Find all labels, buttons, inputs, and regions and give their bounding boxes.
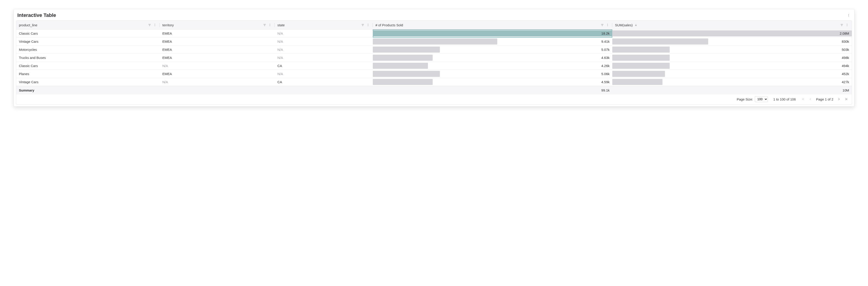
table-row[interactable]: MotorcyclesEMEAN/A5.07k503k bbox=[16, 46, 852, 54]
cell-state: N/A bbox=[275, 46, 373, 54]
cell-product_line: Vintage Cars bbox=[16, 78, 160, 86]
cell-products_sold: 9.41k bbox=[373, 38, 612, 46]
column-header-territory[interactable]: territory bbox=[160, 21, 275, 30]
cell-sum_sales: 494k bbox=[612, 62, 852, 70]
page-nav: Page 1 of 2 bbox=[801, 97, 848, 101]
svg-point-15 bbox=[847, 24, 847, 24]
cell-sum_sales: 427k bbox=[612, 78, 852, 86]
column-label: SUM(sales) bbox=[615, 23, 632, 27]
column-label: product_line bbox=[19, 23, 37, 27]
card-menu-icon[interactable] bbox=[847, 13, 851, 17]
svg-point-8 bbox=[270, 26, 270, 26]
svg-point-2 bbox=[848, 16, 849, 16]
cell-sum_sales: 498k bbox=[612, 54, 852, 62]
cell-value: 494k bbox=[842, 64, 849, 68]
filter-icon[interactable] bbox=[600, 23, 604, 27]
table-row[interactable]: Trucks and BusesEMEAN/A4.63k498k bbox=[16, 54, 852, 62]
summary-label: Summary bbox=[16, 86, 373, 95]
cell-territory: EMEA bbox=[160, 46, 275, 54]
page-size-select[interactable]: 100 bbox=[755, 96, 768, 102]
cell-state: CA bbox=[275, 62, 373, 70]
cell-product_line: Classic Cars bbox=[16, 62, 160, 70]
cell-territory: N/A bbox=[160, 78, 275, 86]
next-page-icon[interactable] bbox=[837, 97, 841, 101]
cell-value: 2.08M bbox=[840, 32, 849, 35]
cell-value: 503k bbox=[842, 48, 849, 51]
first-page-icon[interactable] bbox=[801, 97, 805, 101]
table-row[interactable]: Vintage CarsN/ACA4.59k427k bbox=[16, 78, 852, 86]
cell-state: N/A bbox=[275, 30, 373, 38]
cell-territory: EMEA bbox=[160, 30, 275, 38]
svg-point-5 bbox=[155, 26, 155, 26]
cell-sum_sales: 830k bbox=[612, 38, 852, 46]
column-header-products_sold[interactable]: # of Products Sold bbox=[373, 21, 612, 30]
cell-products_sold: 5.07k bbox=[373, 46, 612, 54]
cell-products_sold: 5.06k bbox=[373, 70, 612, 78]
table-container: product_lineterritorystate# of Products … bbox=[16, 21, 852, 105]
cell-state: N/A bbox=[275, 70, 373, 78]
column-label: territory bbox=[162, 23, 174, 27]
cell-products_sold: 4.59k bbox=[373, 78, 612, 86]
summary-products-sold: 99.1k bbox=[373, 86, 612, 95]
page-size-label: Page Size: bbox=[737, 97, 753, 101]
svg-point-3 bbox=[155, 24, 155, 24]
column-menu-icon[interactable] bbox=[606, 23, 610, 27]
table-row[interactable]: Classic CarsN/ACA4.26k494k bbox=[16, 62, 852, 70]
table-row[interactable]: PlanesEMEAN/A5.06k452k bbox=[16, 70, 852, 78]
column-header-product_line[interactable]: product_line bbox=[16, 21, 160, 30]
svg-point-1 bbox=[848, 15, 849, 15]
svg-point-13 bbox=[607, 25, 608, 25]
cell-value: 4.59k bbox=[601, 80, 610, 84]
filter-icon[interactable] bbox=[361, 23, 365, 27]
cell-state: N/A bbox=[275, 54, 373, 62]
column-menu-icon[interactable] bbox=[268, 23, 272, 27]
card-header: Interactive Table bbox=[14, 9, 854, 21]
filter-icon[interactable] bbox=[148, 23, 152, 27]
prev-page-icon[interactable] bbox=[808, 97, 812, 101]
column-header-sum_sales[interactable]: SUM(sales) bbox=[612, 21, 852, 30]
svg-point-0 bbox=[848, 14, 849, 14]
svg-point-10 bbox=[368, 25, 368, 25]
svg-point-14 bbox=[607, 26, 608, 26]
range-text: 1 to 100 of 106 bbox=[773, 97, 796, 101]
cell-sum_sales: 503k bbox=[612, 46, 852, 54]
column-header-state[interactable]: state bbox=[275, 21, 373, 30]
svg-point-6 bbox=[270, 24, 270, 24]
cell-products_sold: 4.26k bbox=[373, 62, 612, 70]
interactive-table-card: Interactive Table product_lineterritorys… bbox=[13, 9, 855, 107]
table-body: Classic CarsEMEAN/A18.2k2.08MVintage Car… bbox=[16, 30, 852, 86]
table-row[interactable]: Classic CarsEMEAN/A18.2k2.08M bbox=[16, 30, 852, 38]
column-menu-icon[interactable] bbox=[845, 23, 849, 27]
cell-territory: EMEA bbox=[160, 38, 275, 46]
svg-point-16 bbox=[847, 25, 847, 25]
cell-value: 4.63k bbox=[601, 56, 610, 60]
cell-product_line: Vintage Cars bbox=[16, 38, 160, 46]
cell-value: 4.26k bbox=[601, 64, 610, 68]
data-table: product_lineterritorystate# of Products … bbox=[16, 21, 852, 95]
cell-products_sold: 4.63k bbox=[373, 54, 612, 62]
filter-icon[interactable] bbox=[262, 23, 267, 27]
column-label: state bbox=[277, 23, 285, 27]
column-label: # of Products Sold bbox=[375, 23, 403, 27]
last-page-icon[interactable] bbox=[844, 97, 848, 101]
page-size-control: Page Size: 100 bbox=[737, 96, 768, 102]
summary-sum-sales: 10M bbox=[612, 86, 852, 95]
cell-value: 18.2k bbox=[601, 32, 610, 35]
cell-product_line: Motorcycles bbox=[16, 46, 160, 54]
cell-state: CA bbox=[275, 78, 373, 86]
svg-point-4 bbox=[155, 25, 155, 25]
table-row[interactable]: Vintage CarsEMEAN/A9.41k830k bbox=[16, 38, 852, 46]
filter-icon[interactable] bbox=[840, 23, 844, 27]
cell-product_line: Planes bbox=[16, 70, 160, 78]
cell-value: 830k bbox=[842, 40, 849, 43]
cell-state: N/A bbox=[275, 38, 373, 46]
column-menu-icon[interactable] bbox=[366, 23, 370, 27]
cell-products_sold: 18.2k bbox=[373, 30, 612, 38]
cell-value: 5.06k bbox=[601, 72, 610, 76]
column-menu-icon[interactable] bbox=[153, 23, 157, 27]
pagination-bar: Page Size: 100 1 to 100 of 106 Page 1 of… bbox=[16, 95, 852, 104]
cell-territory: EMEA bbox=[160, 70, 275, 78]
sort-desc-icon bbox=[634, 23, 638, 27]
cell-value: 498k bbox=[842, 56, 849, 60]
cell-value: 427k bbox=[842, 80, 849, 84]
